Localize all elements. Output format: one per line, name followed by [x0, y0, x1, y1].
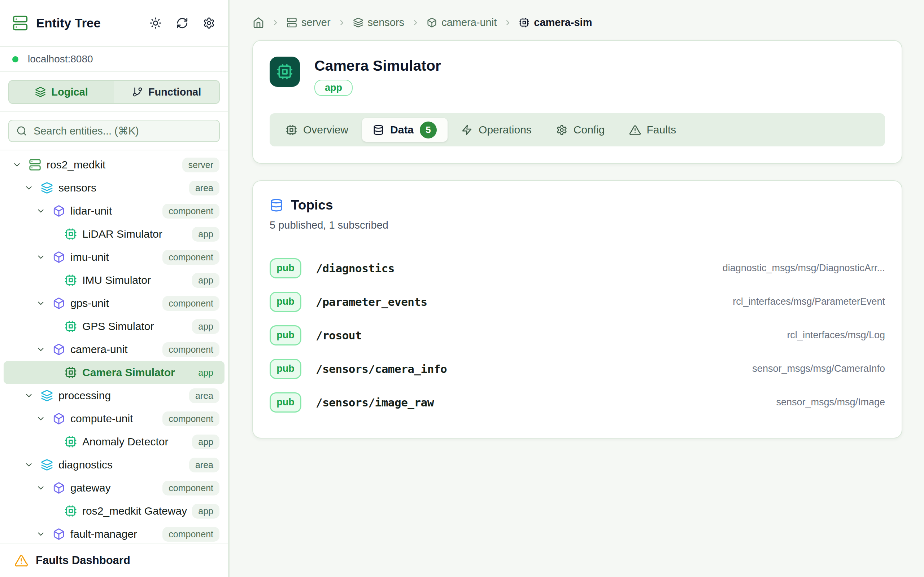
- tab-config[interactable]: Config: [545, 118, 616, 142]
- entity-tabs: Overview Data 5 Operations Config: [270, 113, 885, 147]
- refresh-button[interactable]: [176, 17, 188, 29]
- tree-badge: component: [162, 250, 220, 265]
- tree-badge: app: [192, 504, 220, 519]
- breadcrumb-home[interactable]: [253, 17, 264, 29]
- logical-label: Logical: [51, 86, 88, 98]
- tab-operations[interactable]: Operations: [451, 118, 543, 142]
- topic-name: /parameter_events: [316, 295, 427, 308]
- pub-badge: pub: [270, 359, 301, 379]
- chevron-right-icon: [411, 18, 420, 27]
- tree-badge: app: [192, 365, 220, 380]
- tab-data[interactable]: Data 5: [362, 118, 447, 142]
- chip-icon: [65, 505, 77, 517]
- tree-row-imu-simulator[interactable]: IMU Simulator app: [0, 269, 228, 292]
- tree-row-ros2-medkit-gateway[interactable]: ros2_medkit Gateway app: [0, 500, 228, 522]
- tree-badge: app: [192, 227, 220, 242]
- topic-name: /rosout: [316, 329, 362, 342]
- chevron-down-icon[interactable]: [36, 414, 53, 423]
- tree-row-lidar-unit[interactable]: lidar-unit component: [0, 200, 228, 222]
- box-icon: [53, 343, 65, 356]
- tree-row-sensors[interactable]: sensors area: [0, 176, 228, 200]
- tree-row-ros2-medkit[interactable]: ros2_medkit server: [0, 153, 228, 176]
- box-icon: [426, 17, 437, 28]
- chevron-down-icon[interactable]: [36, 345, 53, 354]
- chevron-right-icon: [338, 18, 346, 27]
- tree-row-gps-unit[interactable]: gps-unit component: [0, 292, 228, 315]
- server-icon: [29, 159, 41, 171]
- tree-row-camera-unit[interactable]: camera-unit component: [0, 338, 228, 361]
- tree-row-processing[interactable]: processing area: [0, 384, 228, 407]
- layers-icon: [35, 87, 46, 97]
- chevron-down-icon[interactable]: [36, 253, 53, 262]
- chevron-down-icon[interactable]: [12, 160, 29, 169]
- chevron-down-icon[interactable]: [36, 529, 53, 539]
- topic-type: sensor_msgs/msg/CameraInfo: [752, 363, 885, 374]
- topic-row-diagnostics[interactable]: pub /diagnostics diagnostic_msgs/msg/Dia…: [270, 251, 885, 285]
- tree-badge: server: [182, 158, 220, 172]
- database-icon: [373, 124, 384, 135]
- entity-title-block: Camera Simulator app: [314, 56, 441, 96]
- faults-dashboard-button[interactable]: Faults Dashboard: [0, 543, 228, 577]
- settings-button[interactable]: [203, 17, 215, 29]
- tree-label: IMU Simulator: [82, 274, 151, 286]
- tree-row-diagnostics[interactable]: diagnostics area: [0, 453, 228, 476]
- tree-row-imu-unit[interactable]: imu-unit component: [0, 246, 228, 269]
- theme-toggle-button[interactable]: [149, 17, 162, 29]
- tree-label: lidar-unit: [70, 205, 112, 217]
- pub-badge: pub: [270, 392, 301, 413]
- tree-row-lidar-simulator[interactable]: LiDAR Simulator app: [0, 222, 228, 246]
- app-root: Entity Tree localhost:8080 Logical Funct…: [0, 0, 924, 577]
- topic-row-image-raw[interactable]: pub /sensors/image_raw sensor_msgs/msg/I…: [270, 385, 885, 419]
- chip-icon: [65, 320, 77, 332]
- layers-icon: [41, 182, 53, 194]
- tree-row-gateway[interactable]: gateway component: [0, 476, 228, 500]
- chevron-down-icon[interactable]: [24, 391, 41, 400]
- alert-triangle-icon: [630, 124, 641, 135]
- view-toggle: Logical Functional: [8, 80, 220, 104]
- topic-row-rosout[interactable]: pub /rosout rcl_interfaces/msg/Log: [270, 318, 885, 352]
- chip-icon: [286, 124, 297, 135]
- breadcrumb-camera-sim-current: camera-sim: [519, 16, 592, 29]
- topic-type: diagnostic_msgs/msg/DiagnosticArr...: [723, 263, 885, 274]
- breadcrumb-server[interactable]: server: [287, 16, 331, 29]
- box-icon: [53, 482, 65, 494]
- chevron-down-icon[interactable]: [24, 183, 41, 193]
- topic-type: sensor_msgs/msg/Image: [776, 397, 885, 408]
- connection-status: localhost:8080: [0, 47, 228, 72]
- breadcrumb-label: camera-sim: [534, 16, 592, 29]
- chevron-down-icon[interactable]: [24, 460, 41, 469]
- layers-icon: [353, 17, 363, 28]
- tree-row-gps-simulator[interactable]: GPS Simulator app: [0, 315, 228, 338]
- chip-icon: [519, 17, 530, 28]
- tab-overview[interactable]: Overview: [275, 118, 359, 142]
- box-icon: [53, 297, 65, 309]
- search-box: [8, 120, 220, 142]
- chevron-down-icon[interactable]: [36, 206, 53, 216]
- view-toggle-logical[interactable]: Logical: [9, 81, 114, 103]
- tree-row-anomaly-detector[interactable]: Anomaly Detector app: [0, 430, 228, 453]
- chevron-down-icon[interactable]: [36, 298, 53, 308]
- tree-label: Camera Simulator: [82, 366, 175, 379]
- search-input[interactable]: [34, 125, 212, 137]
- tree-row-compute-unit[interactable]: compute-unit component: [0, 407, 228, 430]
- tree-row-fault-manager[interactable]: fault-manager component: [0, 522, 228, 543]
- tree-label: gps-unit: [70, 297, 109, 309]
- tree-badge: app: [192, 435, 220, 449]
- view-toggle-functional[interactable]: Functional: [114, 81, 219, 103]
- tree-row-camera-simulator-selected[interactable]: Camera Simulator app: [3, 361, 225, 384]
- breadcrumb-label: server: [301, 16, 331, 29]
- git-branch-icon: [132, 87, 143, 97]
- search-icon: [16, 126, 27, 136]
- topic-type: rcl_interfaces/msg/Log: [787, 330, 885, 341]
- tab-faults[interactable]: Faults: [619, 118, 687, 142]
- tree-label: processing: [58, 390, 111, 402]
- chip-icon: [65, 228, 77, 240]
- breadcrumb-sensors[interactable]: sensors: [353, 16, 405, 29]
- sidebar-title: Entity Tree: [36, 16, 101, 30]
- box-icon: [53, 413, 65, 425]
- breadcrumb-camera-unit[interactable]: camera-unit: [426, 16, 497, 29]
- topic-row-parameter-events[interactable]: pub /parameter_events rcl_interfaces/msg…: [270, 285, 885, 318]
- topic-row-camera-info[interactable]: pub /sensors/camera_info sensor_msgs/msg…: [270, 352, 885, 385]
- chevron-down-icon[interactable]: [36, 483, 53, 493]
- box-icon: [53, 528, 65, 540]
